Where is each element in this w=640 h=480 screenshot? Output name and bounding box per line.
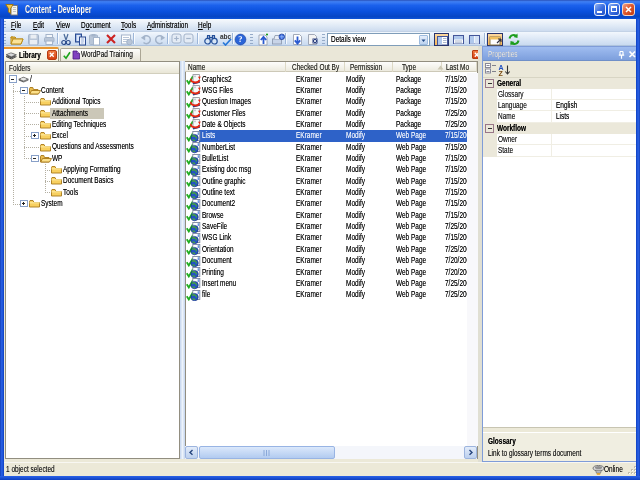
- svg-text:abc: abc: [220, 33, 232, 40]
- svg-text:?: ?: [238, 34, 242, 44]
- svg-text:Z: Z: [498, 70, 503, 76]
